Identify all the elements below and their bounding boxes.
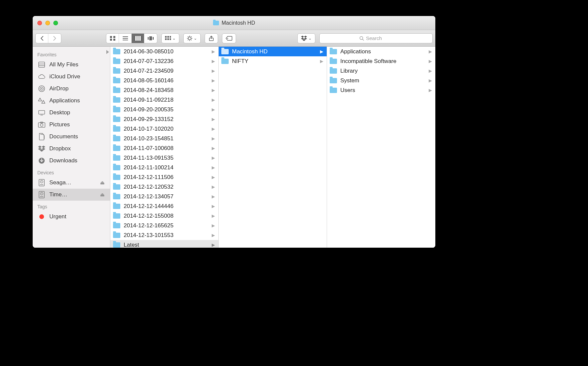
svg-rect-11 [149, 36, 152, 40]
column: 2014-06-30-085010▶2014-07-07-132236▶2014… [110, 47, 219, 248]
file-row[interactable]: NIFTY▶ [219, 56, 327, 66]
eject-icon[interactable]: ⏏ [100, 180, 105, 186]
file-row[interactable]: Library▶ [327, 66, 435, 76]
svg-rect-1 [113, 36, 115, 38]
window-minimize-button[interactable] [45, 21, 50, 25]
view-icons-button[interactable] [106, 34, 119, 43]
svg-rect-38 [39, 111, 45, 114]
tags-button[interactable] [222, 33, 236, 43]
svg-point-29 [227, 38, 228, 39]
column: Macintosh HD▶NIFTY▶ [219, 47, 327, 248]
sidebar-item[interactable]: Applications [33, 95, 110, 107]
folder-icon [113, 155, 120, 161]
search-input[interactable] [366, 35, 393, 41]
action-button[interactable]: ⌄ [183, 33, 201, 43]
sidebar-item-label: Documents [49, 133, 78, 140]
sidebar-item[interactable]: Downloads [33, 155, 110, 167]
folder-icon [330, 59, 337, 64]
svg-line-25 [191, 39, 192, 40]
disclosure-arrow-icon: ▶ [212, 126, 215, 131]
back-button[interactable] [36, 34, 48, 43]
sidebar-item[interactable]: Dropbox [33, 143, 110, 155]
file-label: System [340, 77, 359, 84]
window-close-button[interactable] [37, 21, 42, 25]
search-field[interactable] [319, 33, 433, 43]
file-row[interactable]: 2014-12-12-165625▶ [110, 221, 218, 230]
disclosure-arrow-icon: ▶ [429, 88, 432, 93]
file-row[interactable]: 2014-10-17-102020▶ [110, 124, 218, 134]
file-row[interactable]: 2014-09-20-200535▶ [110, 105, 218, 114]
file-row[interactable]: System▶ [327, 76, 435, 85]
sidebar-item[interactable]: Pictures [33, 119, 110, 131]
disclosure-arrow-icon: ▶ [212, 49, 215, 54]
file-row[interactable]: 2014-09-29-133152▶ [110, 114, 218, 124]
applications-icon [38, 97, 45, 104]
file-row[interactable]: 2014-07-07-132236▶ [110, 56, 218, 66]
dropbox-button[interactable]: ⌄ [297, 33, 315, 43]
folder-icon [113, 213, 120, 219]
file-row[interactable]: 2014-12-11-100214▶ [110, 163, 218, 172]
folder-icon [113, 126, 120, 132]
disclosure-arrow-icon: ▶ [212, 223, 215, 228]
titlebar[interactable]: Macintosh HD [33, 16, 435, 30]
file-label: 2014-11-07-100608 [124, 145, 173, 152]
expand-handle-icon[interactable] [106, 50, 109, 54]
file-row[interactable]: Incompatible Software▶ [327, 56, 435, 66]
file-row[interactable]: 2014-12-12-134057▶ [110, 192, 218, 201]
disclosure-arrow-icon: ▶ [212, 68, 215, 73]
file-row[interactable]: 2014-08-24-183458▶ [110, 85, 218, 95]
file-row[interactable]: 2014-09-11-092218▶ [110, 95, 218, 105]
disclosure-arrow-icon: ▶ [212, 117, 215, 122]
svg-line-26 [188, 39, 188, 40]
disclosure-arrow-icon: ▶ [212, 194, 215, 199]
view-list-button[interactable] [119, 34, 132, 43]
file-row[interactable]: 2014-12-12-111506▶ [110, 172, 218, 182]
folder-icon [113, 88, 120, 93]
file-row[interactable]: 2014-06-30-085010▶ [110, 47, 218, 56]
file-row[interactable]: 2014-12-12-144446▶ [110, 201, 218, 211]
sidebar-item[interactable]: iCloud Drive [33, 71, 110, 83]
sidebar-item[interactable]: AirDrop [33, 83, 110, 95]
svg-rect-12 [153, 37, 154, 40]
svg-rect-32 [39, 62, 45, 67]
file-label: 2014-10-17-102020 [124, 126, 173, 132]
file-label: 2014-12-12-120532 [124, 184, 173, 190]
file-row[interactable]: Macintosh HD▶ [219, 47, 327, 56]
sidebar-item[interactable]: All My Files [33, 59, 110, 71]
sidebar-item[interactable]: Time…⏏ [33, 189, 110, 201]
airdrop-icon [38, 85, 45, 92]
eject-icon[interactable]: ⏏ [100, 192, 105, 198]
share-button[interactable] [205, 33, 218, 43]
sidebar-item[interactable]: Desktop [33, 107, 110, 119]
file-label: 2014-12-12-144446 [124, 203, 173, 210]
file-row[interactable]: 2014-11-13-091535▶ [110, 153, 218, 163]
file-row[interactable]: 2014-12-13-101553▶ [110, 230, 218, 240]
sidebar-item[interactable]: Seaga…⏏ [33, 177, 110, 189]
file-row[interactable]: Users▶ [327, 85, 435, 95]
view-columns-button[interactable] [132, 34, 144, 43]
file-row[interactable]: 2014-07-21-234509▶ [110, 66, 218, 76]
file-row[interactable]: 2014-12-12-120532▶ [110, 182, 218, 192]
arrange-button[interactable]: ⌄ [161, 33, 179, 43]
disclosure-arrow-icon: ▶ [429, 68, 432, 73]
svg-line-24 [188, 36, 188, 37]
folder-icon [213, 21, 219, 25]
file-label: NIFTY [232, 58, 248, 65]
forward-button[interactable] [48, 34, 61, 43]
file-row[interactable]: 2014-11-07-100608▶ [110, 143, 218, 153]
sidebar-section-header: Tags [33, 201, 110, 211]
file-row[interactable]: 2014-10-23-154851▶ [110, 134, 218, 143]
file-row[interactable]: 2014-12-12-155008▶ [110, 211, 218, 221]
file-label: 2014-09-11-092218 [124, 97, 173, 103]
file-label: 2014-07-21-234509 [124, 68, 173, 74]
sidebar-item-label: Seaga… [49, 179, 71, 186]
window-zoom-button[interactable] [53, 21, 58, 25]
disclosure-arrow-icon: ▶ [212, 242, 215, 247]
sidebar-item[interactable]: Documents [33, 131, 110, 143]
file-row[interactable]: 2014-08-05-160146▶ [110, 76, 218, 85]
cloud-icon [38, 73, 45, 80]
sidebar-item[interactable]: Urgent [33, 211, 110, 223]
file-row[interactable]: Applications▶ [327, 47, 435, 56]
file-row[interactable]: Latest▶ [110, 240, 218, 248]
view-coverflow-button[interactable] [144, 34, 157, 43]
